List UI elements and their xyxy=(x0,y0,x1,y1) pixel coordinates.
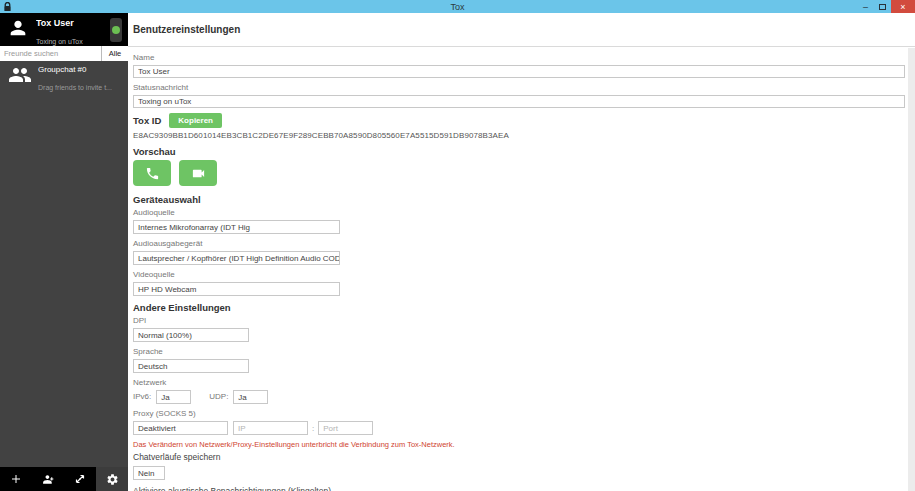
settings-button[interactable] xyxy=(96,467,128,491)
self-status-message: Toxing on uTox xyxy=(36,38,83,45)
groupchat-name: Groupchat #0 xyxy=(38,65,86,74)
proxy-ip-field[interactable] xyxy=(233,421,308,435)
contact-list: Groupchat #0 Drag friends to invite t... xyxy=(0,61,128,467)
ipv6-label: IPv6: xyxy=(133,392,151,402)
add-friend-button[interactable] xyxy=(0,467,32,491)
self-user-panel[interactable]: Tox User Toxing on uTox xyxy=(0,13,128,46)
status-message-field[interactable] xyxy=(133,95,905,108)
udp-dropdown[interactable]: Ja xyxy=(233,390,268,404)
language-dropdown[interactable]: Deutsch xyxy=(133,359,249,373)
phone-icon xyxy=(145,166,160,181)
dpi-label: DPI xyxy=(133,316,905,326)
self-name: Tox User xyxy=(36,18,74,28)
video-camera-icon xyxy=(190,166,207,181)
tox-id-value: E8AC9309BB1D601014EB3CB1C2DE67E9F289CEBB… xyxy=(133,131,905,140)
audio-source-dropdown[interactable]: Internes Mikrofonarray (IDT Hig xyxy=(133,220,340,234)
search-input[interactable] xyxy=(0,46,101,61)
friend-search-row: Alle xyxy=(0,46,128,61)
ringtone-label: Aktiviere akustische Benachrichtigungen … xyxy=(133,486,905,491)
devices-heading: Geräteauswahl xyxy=(133,194,905,205)
file-transfer-button[interactable] xyxy=(64,467,96,491)
language-label: Sprache xyxy=(133,347,905,357)
filter-all-button[interactable]: Alle xyxy=(101,46,128,61)
window-title: Tox xyxy=(0,2,915,12)
audio-output-label: Audioausgabegerät xyxy=(133,239,905,249)
audio-preview-button[interactable] xyxy=(133,160,171,186)
page-title: Benutzereinstellungen xyxy=(133,24,240,35)
copy-tox-id-button[interactable]: Kopieren xyxy=(169,113,222,128)
scrollbar[interactable] xyxy=(908,48,915,491)
status-selector-button[interactable] xyxy=(110,18,122,42)
avatar xyxy=(7,17,29,43)
video-source-dropdown[interactable]: HP HD Webcam xyxy=(133,282,340,296)
network-label: Netzwerk xyxy=(133,378,905,388)
titlebar: Tox – × xyxy=(0,0,915,13)
create-group-button[interactable] xyxy=(32,467,64,491)
proxy-warning-text: Das Verändern von Netzwerk/Proxy-Einstel… xyxy=(133,440,905,449)
logging-label: Chatverläufe speichern xyxy=(133,452,905,463)
preview-heading: Vorschau xyxy=(133,146,905,157)
audio-output-dropdown[interactable]: Lautsprecher / Kopfhörer (IDT High Defin… xyxy=(133,251,340,265)
list-item[interactable]: Groupchat #0 Drag friends to invite t... xyxy=(0,61,128,91)
group-icon xyxy=(42,473,55,486)
plus-icon xyxy=(10,473,22,485)
transfer-icon xyxy=(74,473,86,485)
gear-icon xyxy=(106,473,119,486)
proxy-label: Proxy (SOCKS 5) xyxy=(133,409,905,419)
audio-source-label: Audioquelle xyxy=(133,208,905,218)
online-status-icon xyxy=(112,26,120,34)
proxy-port-field[interactable] xyxy=(318,421,373,435)
logging-dropdown[interactable]: Nein xyxy=(133,466,165,480)
name-field[interactable] xyxy=(133,65,905,78)
video-source-label: Videoquelle xyxy=(133,270,905,280)
ipv6-dropdown[interactable]: Ja xyxy=(156,390,191,404)
proxy-mode-dropdown[interactable]: Deaktiviert xyxy=(133,421,228,435)
status-message-label: Statusnachricht xyxy=(133,83,905,93)
udp-label: UDP: xyxy=(209,392,228,402)
tox-id-label: Tox ID xyxy=(133,115,161,126)
name-label: Name xyxy=(133,53,905,63)
sidebar: Tox User Toxing on uTox Alle Groupchat #… xyxy=(0,13,128,491)
groupchat-subtitle: Drag friends to invite t... xyxy=(38,84,112,91)
other-settings-heading: Andere Einstellungen xyxy=(133,302,905,313)
settings-panel: Benutzereinstellungen Name Statusnachric… xyxy=(128,13,915,491)
proxy-colon-separator: : xyxy=(312,424,314,433)
sidebar-bottom-bar xyxy=(0,467,128,491)
video-preview-button[interactable] xyxy=(179,160,217,186)
groupchat-icon xyxy=(8,66,32,87)
dpi-dropdown[interactable]: Normal (100%) xyxy=(133,328,249,342)
